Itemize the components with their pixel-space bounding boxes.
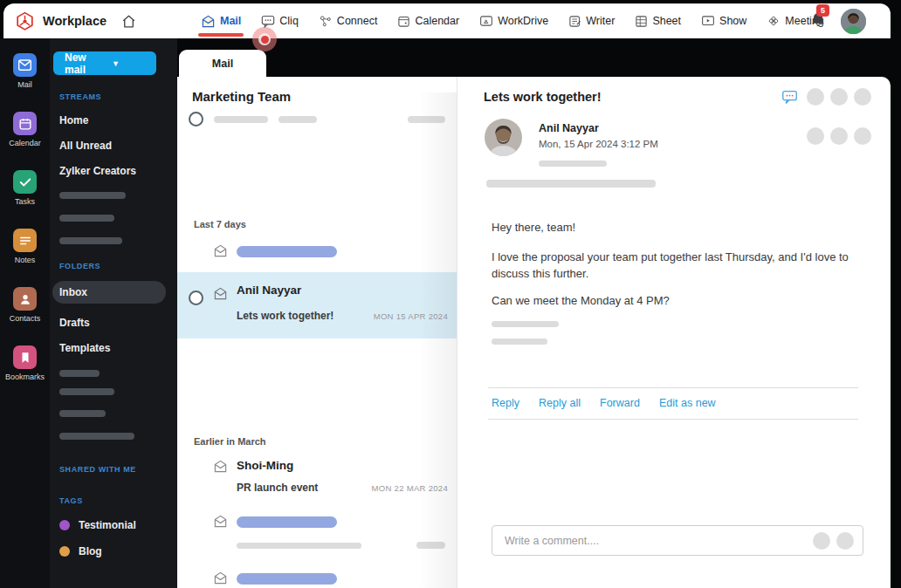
action-placeholder[interactable] — [854, 88, 871, 106]
folder-item-templates[interactable]: Templates — [59, 342, 177, 354]
envelope-icon — [213, 571, 228, 588]
tab-workdrive[interactable]: WorkDrive — [479, 15, 548, 27]
rail-item-notes[interactable]: Notes — [0, 229, 50, 264]
message-datetime: Mon, 15 Apr 2024 3:12 PM — [539, 139, 658, 149]
shared-section-label: SHARED WITH ME — [59, 465, 177, 474]
stream-placeholder — [59, 237, 122, 244]
forward-link[interactable]: Forward — [600, 397, 659, 409]
sender-avatar — [485, 119, 522, 156]
notifications-bell-icon[interactable]: 5 — [809, 10, 827, 32]
folder-placeholder — [59, 388, 114, 395]
notes-app-icon — [13, 229, 37, 252]
mail-sidebar: New mail ▼ STREAMS Home All Unread Zylke… — [50, 38, 177, 588]
brand-name: Workplace — [43, 14, 107, 28]
envelope-icon — [213, 515, 228, 531]
action-placeholder[interactable] — [830, 88, 848, 106]
stream-placeholder — [59, 192, 126, 199]
envelope-icon — [213, 244, 228, 261]
sender-placeholder — [237, 246, 337, 257]
tutorial-pulse-indicator[interactable] — [252, 27, 277, 51]
group-label-earlier: Earlier in March — [194, 436, 266, 447]
sheet-icon — [635, 15, 648, 28]
comment-box — [492, 525, 863, 556]
folder-item-drafts[interactable]: Drafts — [59, 317, 177, 329]
rail-item-calendar[interactable]: Calendar — [0, 112, 50, 147]
signature-placeholder — [492, 321, 559, 327]
action-placeholder[interactable] — [854, 127, 871, 145]
tab-writer[interactable]: Writer — [568, 15, 615, 28]
brand: Workplace — [3, 10, 107, 32]
edit-as-new-link[interactable]: Edit as new — [659, 397, 716, 409]
rail-item-mail[interactable]: Mail — [0, 53, 50, 89]
comment-box-actions — [813, 532, 863, 550]
comment-input[interactable] — [492, 535, 813, 547]
mail-date: MON 15 APR 2024 — [374, 311, 448, 321]
tab-cliq[interactable]: Cliq — [261, 15, 299, 28]
sender-placeholder — [237, 516, 337, 528]
toolbar-placeholder — [214, 116, 268, 123]
message-subject: Lets work together! — [484, 90, 602, 104]
select-all-checkbox[interactable] — [189, 112, 203, 126]
folder-item-inbox[interactable]: Inbox — [52, 281, 166, 304]
tag-item-blog[interactable]: Blog — [59, 545, 177, 557]
mail-app-icon — [13, 53, 37, 77]
tag-item-testimonial[interactable]: Testimonial — [59, 519, 177, 531]
calendar-icon — [397, 15, 410, 28]
toolbar-placeholder — [408, 116, 445, 123]
notification-badge: 5 — [816, 4, 829, 17]
folder-placeholder — [59, 370, 100, 377]
message-secondary-actions — [807, 127, 871, 145]
reply-all-link[interactable]: Reply all — [539, 397, 600, 409]
tab-calendar[interactable]: Calendar — [397, 15, 459, 28]
streams-section-label: STREAMS — [59, 92, 177, 101]
comment-action-placeholder[interactable] — [836, 532, 854, 550]
mail-icon — [201, 15, 216, 28]
user-avatar[interactable] — [841, 9, 866, 34]
tag-color-dot — [59, 546, 70, 557]
rail-item-tasks[interactable]: Tasks — [0, 170, 50, 206]
home-icon[interactable] — [120, 13, 137, 30]
tab-sheet[interactable]: Sheet — [635, 15, 681, 28]
meeting-icon — [767, 14, 781, 28]
tags-section-label: TAGS — [59, 496, 177, 505]
message-header-actions — [781, 88, 871, 106]
comment-action-placeholder[interactable] — [813, 532, 830, 550]
tab-show[interactable]: Show — [701, 15, 746, 27]
top-navbar: Workplace Mail Cliq Connect Calendar Wor… — [3, 3, 891, 38]
reading-pane: Lets work together! Anil Nayyar Mon, 15 … — [457, 77, 891, 588]
mail-list-item-anil-nayyar-selected[interactable]: Anil Nayyar Lets work together! MON 15 A… — [177, 272, 457, 338]
date-placeholder — [416, 542, 445, 549]
mail-select-checkbox[interactable] — [189, 291, 203, 305]
sender-placeholder — [237, 573, 337, 585]
tab-mail-view[interactable]: Mail — [179, 50, 266, 77]
list-scroll-shadow — [418, 92, 457, 588]
stream-item-all-unread[interactable]: All Unread — [59, 140, 177, 152]
new-mail-button[interactable]: New mail ▼ — [53, 51, 156, 75]
mail-date: MON 22 MAR 2024 — [372, 483, 448, 493]
contacts-app-icon — [13, 287, 37, 311]
stream-item-home[interactable]: Home — [59, 114, 177, 126]
calendar-app-icon — [13, 112, 37, 135]
reply-link[interactable]: Reply — [492, 397, 539, 409]
action-placeholder[interactable] — [830, 127, 848, 145]
body-paragraph: Can we meet the Monday at 4 PM? — [492, 293, 863, 310]
action-placeholder[interactable] — [807, 88, 824, 106]
bookmarks-app-icon — [13, 345, 37, 369]
toolbar-placeholder — [279, 116, 317, 123]
drive-icon — [479, 15, 493, 27]
tasks-app-icon — [13, 170, 37, 194]
tag-color-dot — [59, 520, 70, 530]
stream-placeholder — [59, 215, 114, 222]
rail-item-contacts[interactable]: Contacts — [0, 287, 50, 323]
stream-item-zylker-creators[interactable]: Zylker Creators — [59, 165, 177, 177]
envelope-icon — [213, 287, 228, 304]
tab-mail[interactable]: Mail — [201, 15, 241, 28]
mail-list-panel: Marketing Team Last 7 days Lauren Mills … — [177, 77, 457, 588]
show-icon — [701, 15, 715, 27]
action-placeholder[interactable] — [807, 127, 824, 145]
comments-icon[interactable] — [781, 90, 798, 105]
rail-item-bookmarks[interactable]: Bookmarks — [0, 345, 50, 381]
app-rail: Mail Calendar Tasks Notes Contacts Bookm… — [0, 38, 50, 588]
tab-connect[interactable]: Connect — [319, 15, 378, 28]
chevron-down-icon[interactable]: ▼ — [100, 59, 156, 68]
